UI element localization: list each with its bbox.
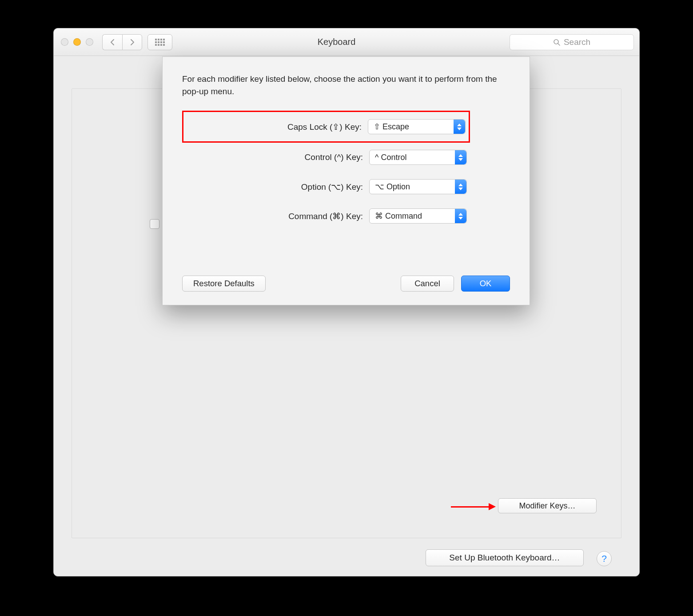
modifier-keys-sheet: For each modifier key listed below, choo… (162, 56, 530, 305)
fn-keys-checkbox[interactable] (150, 219, 159, 229)
command-popup[interactable]: ⌘ Command (369, 208, 467, 224)
titlebar: Keyboard Search (54, 28, 639, 56)
sheet-footer: Restore Defaults Cancel OK (182, 276, 510, 292)
command-value: ⌘ Command (370, 211, 422, 221)
chevron-right-icon (130, 39, 135, 46)
svg-line-1 (558, 44, 560, 45)
sheet-description: For each modifier key listed below, choo… (182, 73, 510, 97)
capslock-popup[interactable]: ⇧ Escape (368, 119, 466, 134)
help-button[interactable]: ? (597, 551, 612, 566)
capslock-label: Caps Lock (⇪) Key: (233, 122, 362, 132)
control-value: ^ Control (370, 153, 406, 162)
option-value: ⌥ Option (370, 182, 410, 192)
option-label: Option (⌥) Key: (234, 182, 363, 192)
forward-button[interactable] (122, 34, 142, 50)
modifier-rows: Caps Lock (⇪) Key: ⇧ Escape Control (^) … (182, 106, 510, 231)
window-controls (61, 38, 93, 46)
ok-button[interactable]: OK (461, 276, 510, 292)
minimize-window-button[interactable] (73, 38, 81, 46)
chevron-left-icon (110, 39, 115, 46)
grid-icon (155, 39, 165, 46)
modifier-keys-button[interactable]: Modifier Keys… (498, 498, 597, 513)
popup-arrows-icon (454, 120, 465, 134)
search-icon (553, 39, 560, 46)
search-field[interactable]: Search (510, 34, 634, 50)
row-command: Command (⌘) Key: ⌘ Command (182, 201, 470, 231)
row-option: Option (⌥) Key: ⌥ Option (182, 172, 470, 201)
cancel-button[interactable]: Cancel (401, 276, 454, 292)
command-label: Command (⌘) Key: (234, 211, 363, 221)
back-button[interactable] (102, 34, 122, 50)
row-capslock: Caps Lock (⇪) Key: ⇧ Escape (182, 111, 470, 143)
search-placeholder: Search (564, 37, 590, 47)
option-popup[interactable]: ⌥ Option (369, 179, 467, 194)
setup-bluetooth-button[interactable]: Set Up Bluetooth Keyboard… (426, 549, 584, 566)
window-title: Keyboard (172, 37, 510, 47)
preferences-window: Keyboard Search Use all F1, F2, etc. key… (53, 28, 640, 576)
annotation-arrow (451, 503, 496, 510)
control-popup[interactable]: ^ Control (369, 150, 467, 165)
popup-arrows-icon (455, 209, 466, 223)
zoom-window-button[interactable] (86, 38, 93, 46)
close-window-button[interactable] (61, 38, 68, 46)
show-all-button[interactable] (147, 34, 172, 50)
capslock-value: ⇧ Escape (368, 122, 409, 132)
row-control: Control (^) Key: ^ Control (182, 143, 470, 172)
restore-defaults-button[interactable]: Restore Defaults (182, 276, 266, 292)
nav-buttons (102, 34, 142, 50)
control-label: Control (^) Key: (234, 152, 363, 162)
popup-arrows-icon (455, 180, 466, 194)
popup-arrows-icon (455, 150, 466, 164)
